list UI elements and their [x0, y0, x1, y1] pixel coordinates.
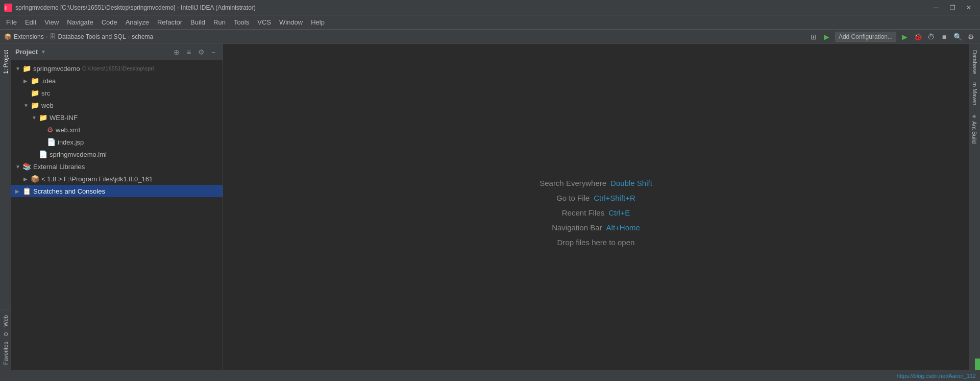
tree-node-jdk[interactable]: ▶ 📦 < 1.8 > F:\Program Files\jdk1.8.0_16…: [11, 173, 223, 185]
run-icon[interactable]: ▶: [822, 32, 832, 42]
node-label-idea: .idea: [41, 77, 56, 85]
folder-icon-src: 📁: [31, 89, 39, 97]
window-controls: — ❐ ✕: [929, 1, 976, 15]
title-text: springmvcdemo [C:\Users\16551\Desktop\sp…: [15, 4, 929, 11]
project-panel-chevron[interactable]: ▼: [41, 49, 46, 55]
menu-item-build[interactable]: Build: [186, 16, 209, 28]
hint-key-recent: Ctrl+E: [608, 208, 630, 217]
breadcrumb-database-tools[interactable]: 🗄 Database Tools and SQL: [50, 33, 126, 40]
settings-toolbar-icon[interactable]: ⚙: [966, 32, 976, 42]
add-configuration-button[interactable]: Add Configuration...: [835, 32, 896, 42]
menu-item-analyze[interactable]: Analyze: [121, 16, 153, 28]
hint-key-goto: Ctrl+Shift+R: [594, 194, 635, 202]
sidebar-tab-maven[interactable]: m Maven: [970, 78, 979, 109]
project-panel-header-icons: ⊕ ≡ ⚙ −: [172, 47, 218, 57]
file-tree: ▼ 📁 springmvcdemo C:\Users\16551\Desktop…: [11, 60, 223, 381]
close-button[interactable]: ✕: [962, 1, 976, 15]
arrow-idea: ▶: [23, 78, 31, 84]
hint-label-recent: Recent Files: [562, 208, 604, 217]
collapse-all-icon[interactable]: ≡: [184, 47, 194, 57]
run-button[interactable]: ▶: [899, 32, 910, 42]
menu-item-navigate[interactable]: Navigate: [63, 16, 97, 28]
maximize-button[interactable]: ❐: [945, 1, 960, 15]
svg-text:I: I: [5, 5, 7, 11]
node-label-jdk: < 1.8 > F:\Program Files\jdk1.8.0_161: [41, 175, 153, 183]
hint-search-everywhere: Search Everywhere Double Shift: [540, 179, 652, 187]
breadcrumb-label-db: Database Tools and SQL: [58, 33, 126, 40]
folder-icon-scratches: 📋: [22, 187, 31, 195]
run-with-coverage-button[interactable]: ⏱: [926, 32, 936, 42]
arrow-iml: ▶: [32, 152, 39, 157]
hint-label-drop: Drop files here to open: [557, 238, 635, 247]
minimize-button[interactable]: —: [929, 1, 943, 15]
sidebar-tab-favorites[interactable]: Favorites: [1, 339, 10, 368]
node-label-src: src: [41, 89, 50, 97]
arrow-root: ▼: [15, 66, 22, 72]
hint-label-goto: Go to File: [556, 194, 590, 202]
center-editor-area: Search Everywhere Double Shift Go to Fil…: [223, 44, 969, 381]
bottom-left-sidebar: Web ⊙ Favorites: [0, 309, 11, 370]
menu-item-view[interactable]: View: [40, 16, 63, 28]
panel-settings-icon[interactable]: ⚙: [196, 47, 206, 57]
tree-node-root[interactable]: ▼ 📁 springmvcdemo C:\Users\16551\Desktop…: [11, 62, 223, 75]
arrow-webinf: ▼: [32, 115, 39, 121]
tree-node-idea[interactable]: ▶ 📁 .idea: [11, 75, 223, 87]
stop-button[interactable]: ■: [939, 32, 949, 42]
search-everywhere-icon[interactable]: 🔍: [952, 32, 963, 42]
panel-minimize-icon[interactable]: −: [208, 47, 218, 57]
tree-node-iml[interactable]: ▶ 📄 springmvcdemo.iml: [11, 148, 223, 160]
menu-item-edit[interactable]: Edit: [21, 16, 40, 28]
debug-button[interactable]: 🐞: [913, 32, 923, 42]
toolbar-right: ⊞ ▶ Add Configuration... ▶ 🐞 ⏱ ■ 🔍 ⚙: [808, 32, 976, 42]
menu-item-refactor[interactable]: Refactor: [153, 16, 186, 28]
menu-item-run[interactable]: Run: [209, 16, 230, 28]
node-label-webxml: web.xml: [56, 126, 80, 134]
node-label-indexjsp: index.jsp: [58, 138, 84, 146]
status-bar-url[interactable]: https://blog.csdn.net/Aaron_112: [897, 373, 976, 379]
menu-item-tools[interactable]: Tools: [230, 16, 253, 28]
tree-node-web[interactable]: ▼ 📁 web: [11, 99, 223, 111]
hint-recent-files: Recent Files Ctrl+E: [562, 208, 630, 217]
node-label-scratches: Scratches and Consoles: [33, 187, 105, 195]
folder-icon-idea: 📁: [31, 77, 39, 85]
file-icon-iml: 📄: [39, 150, 47, 158]
project-panel: Project ▼ ⊕ ≡ ⚙ − ▼ 📁 springmvcdemo C:\U…: [11, 44, 223, 381]
sidebar-tab-ant[interactable]: ✳ Ant Build: [970, 109, 979, 148]
breadcrumb-label-schema: schema: [132, 33, 153, 40]
file-icon-webxml: ⚙: [47, 126, 54, 134]
hint-drop-files: Drop files here to open: [557, 238, 635, 247]
arrow-indexjsp: ▶: [40, 139, 47, 145]
node-label-extlibs: External Libraries: [33, 163, 85, 171]
sidebar-tab-circle[interactable]: ⊙: [1, 330, 10, 339]
tree-node-webinf[interactable]: ▼ 📁 WEB-INF: [11, 111, 223, 124]
arrow-scratches: ▶: [15, 188, 22, 194]
menu-item-file[interactable]: File: [2, 16, 21, 28]
menu-item-window[interactable]: Window: [275, 16, 307, 28]
tree-node-indexjsp[interactable]: ▶ 📄 index.jsp: [11, 136, 223, 148]
node-label-webinf: WEB-INF: [50, 114, 78, 122]
status-bar: https://blog.csdn.net/Aaron_112: [0, 370, 980, 381]
node-label-root: springmvcdemo: [33, 65, 80, 73]
folder-icon-root: 📁: [22, 64, 31, 73]
menu-item-vcs[interactable]: VCS: [253, 16, 275, 28]
sidebar-tab-database[interactable]: Database: [970, 46, 979, 78]
node-path-root: C:\Users\16551\Desktop\spri: [82, 65, 154, 72]
folder-icon-jdk: 📦: [31, 175, 39, 183]
menu-item-help[interactable]: Help: [307, 16, 329, 28]
tree-node-src[interactable]: ▶ 📁 src: [11, 87, 223, 99]
tree-node-webxml[interactable]: ▶ ⚙ web.xml: [11, 124, 223, 136]
menu-item-code[interactable]: Code: [97, 16, 121, 28]
locate-file-icon[interactable]: ⊕: [172, 47, 182, 57]
arrow-web: ▼: [23, 103, 31, 108]
arrow-jdk: ▶: [23, 176, 31, 182]
breadcrumb-label-extensions: Extensions: [14, 33, 44, 40]
menu-bar: FileEditViewNavigateCodeAnalyzeRefactorB…: [0, 15, 980, 30]
tree-node-scratches[interactable]: ▶ 📋 Scratches and Consoles: [11, 185, 223, 197]
sidebar-item-project[interactable]: 1: Project: [1, 46, 10, 78]
sidebar-tab-web[interactable]: Web: [1, 312, 10, 329]
breadcrumb-schema[interactable]: schema: [132, 33, 153, 40]
layout-icon[interactable]: ⊞: [808, 32, 819, 42]
tree-node-extlibs[interactable]: ▼ 📚 External Libraries: [11, 160, 223, 173]
breadcrumb-extensions[interactable]: 📦 Extensions: [4, 33, 44, 40]
breadcrumb-bar: 📦 Extensions › 🗄 Database Tools and SQL …: [0, 30, 980, 44]
